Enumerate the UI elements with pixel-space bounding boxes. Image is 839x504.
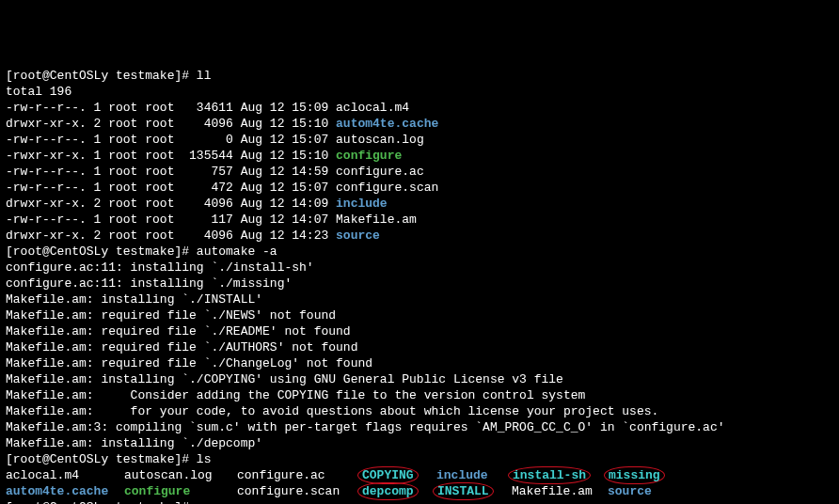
file-name: COPYING — [362, 468, 414, 482]
file-name: INSTALL — [437, 484, 489, 498]
output-line: Makefile.am: for your code, to avoid que… — [6, 403, 833, 419]
output-line: Makefile.am: required file `./AUTHORS' n… — [6, 339, 833, 355]
highlight-circle: missing — [604, 466, 665, 484]
file-name: configure.ac — [237, 468, 325, 482]
shell-prompt: [root@CentOSLy testmake]# — [6, 500, 197, 504]
file-name: Makefile.am — [512, 484, 593, 498]
file-entry: drwxr-xr-x. 2 root root 4096 Aug 12 14:0… — [6, 196, 833, 212]
file-name: configure.scan — [336, 181, 438, 195]
file-name: autom4te.cache — [336, 117, 438, 131]
command-line[interactable]: [root@CentOSLy testmake]# — [6, 499, 833, 504]
file-name: source — [608, 484, 652, 498]
file-name: aclocal.m4 — [336, 101, 409, 115]
file-entry: -rw-r--r--. 1 root root 757 Aug 12 14:59… — [6, 164, 833, 180]
file-name: depcomp — [362, 484, 414, 498]
file-name: autoscan.log — [336, 133, 424, 147]
file-name: autoscan.log — [124, 468, 213, 482]
command-text[interactable]: automake -a — [197, 244, 277, 259]
ls-row: autom4te.cacheconfigureconfigure.scandep… — [6, 483, 833, 499]
file-name: configure — [336, 149, 402, 163]
file-name: install-sh — [513, 468, 586, 482]
file-entry: -rwxr-xr-x. 1 root root 135544 Aug 12 15… — [6, 148, 833, 164]
terminal-output: [root@CentOSLy testmake]# lltotal 196-rw… — [6, 68, 833, 504]
file-name: configure — [124, 484, 190, 498]
file-name: aclocal.m4 — [6, 468, 79, 482]
command-line: [root@CentOSLy testmake]# automake -a — [6, 244, 833, 260]
shell-prompt: [root@CentOSLy testmake]# — [6, 452, 197, 466]
output-line: Makefile.am: Consider adding the COPYING… — [6, 387, 833, 403]
total-line: total 196 — [6, 84, 833, 100]
file-name: source — [336, 228, 380, 243]
shell-prompt: [root@CentOSLy testmake]# — [6, 69, 197, 83]
file-name: include — [436, 468, 488, 482]
file-name: include — [336, 197, 388, 211]
output-line: configure.ac:11: installing `./missing' — [6, 276, 833, 291]
file-name: Makefile.am — [336, 213, 417, 227]
file-name: configure.scan — [237, 484, 340, 498]
file-entry: -rw-r--r--. 1 root root 0 Aug 12 15:07 a… — [6, 132, 833, 148]
command-text[interactable]: ll — [197, 69, 212, 83]
output-line: Makefile.am:3: compiling `sum.c' with pe… — [6, 419, 833, 435]
command-line: [root@CentOSLy testmake]# ls — [6, 451, 833, 467]
highlight-circle: install-sh — [508, 466, 591, 484]
output-line: Makefile.am: required file `./ChangeLog'… — [6, 355, 833, 371]
output-line: Makefile.am: installing `./COPYING' usin… — [6, 371, 833, 387]
output-line: Makefile.am: required file `./README' no… — [6, 323, 833, 339]
file-entry: drwxr-xr-x. 2 root root 4096 Aug 12 15:1… — [6, 116, 833, 132]
file-entry: -rw-r--r--. 1 root root 472 Aug 12 15:07… — [6, 180, 833, 196]
output-line: configure.ac:11: installing `./install-s… — [6, 260, 833, 276]
file-entry: -rw-r--r--. 1 root root 34611 Aug 12 15:… — [6, 100, 833, 116]
command-text[interactable]: ls — [197, 452, 212, 466]
file-name: missing — [609, 468, 660, 482]
file-name: configure.ac — [336, 165, 424, 179]
output-line: Makefile.am: installing `./depcomp' — [6, 435, 833, 451]
ls-row: aclocal.m4autoscan.logconfigure.acCOPYIN… — [6, 467, 833, 483]
file-entry: drwxr-xr-x. 2 root root 4096 Aug 12 14:2… — [6, 228, 833, 244]
highlight-circle: INSTALL — [433, 482, 494, 500]
highlight-circle: depcomp — [357, 482, 419, 500]
file-name: autom4te.cache — [6, 484, 108, 498]
command-line: [root@CentOSLy testmake]# ll — [6, 68, 833, 84]
output-line: Makefile.am: installing `./INSTALL' — [6, 291, 833, 307]
output-line: Makefile.am: required file `./NEWS' not … — [6, 307, 833, 323]
file-entry: -rw-r--r--. 1 root root 117 Aug 12 14:07… — [6, 212, 833, 228]
shell-prompt: [root@CentOSLy testmake]# — [6, 244, 197, 259]
